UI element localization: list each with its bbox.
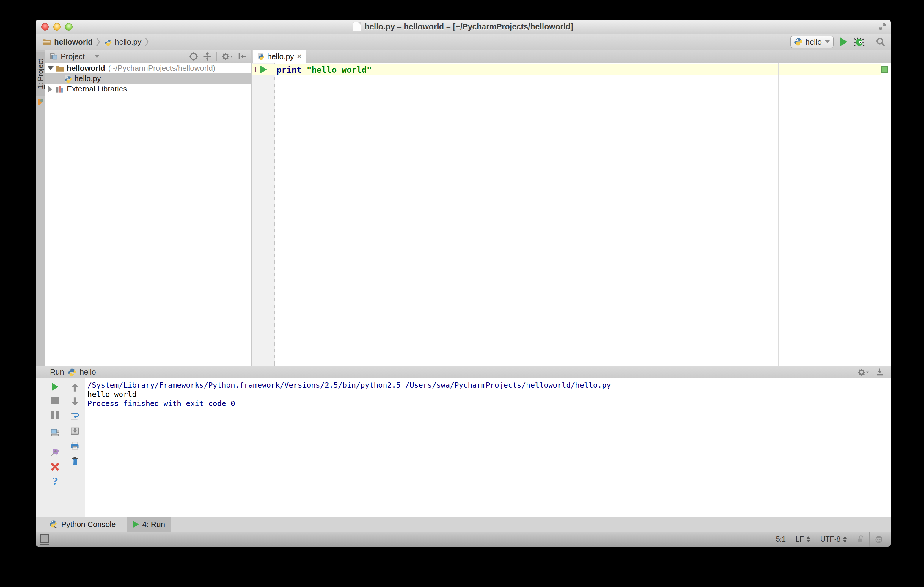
console-command-line: /System/Library/Frameworks/Python.framew… xyxy=(87,381,891,390)
sort-arrows-icon xyxy=(806,536,810,542)
pause-output-button[interactable] xyxy=(51,411,59,419)
run-settings-button[interactable] xyxy=(857,368,869,377)
pycharm-window: hello.py – helloworld – [~/PycharmProjec… xyxy=(36,20,891,547)
code-string: "hello world" xyxy=(307,65,371,75)
main-content: 1: Project Project xyxy=(36,50,891,366)
panel-settings-button[interactable] xyxy=(221,52,233,61)
rerun-button[interactable] xyxy=(51,382,59,391)
inspector-icon xyxy=(874,535,883,544)
breadcrumb-file[interactable]: hello.py xyxy=(115,38,142,47)
close-tab-icon[interactable]: × xyxy=(297,52,302,61)
python-console-icon xyxy=(50,520,58,528)
next-occurrence-button[interactable] xyxy=(71,397,79,406)
console-stdout-line: hello world xyxy=(87,390,891,399)
run-tool-window: Run hello xyxy=(36,366,891,517)
run-configuration-select[interactable]: hello xyxy=(790,36,833,48)
help-button[interactable]: ? xyxy=(52,475,58,487)
toolbar-separator xyxy=(216,52,217,61)
tree-row-external-libraries[interactable]: External Libraries xyxy=(45,84,251,94)
run-controls: hello xyxy=(790,36,891,48)
tree-root-name: helloworld xyxy=(67,64,105,73)
resize-grip-icon[interactable] xyxy=(878,23,886,31)
chevron-separator-icon xyxy=(145,38,149,46)
run-tool-window-button[interactable]: 4: Run xyxy=(127,517,172,532)
python-icon xyxy=(794,38,802,46)
console-exit-line: Process finished with exit code 0 xyxy=(87,399,891,408)
tree-file-name: hello.py xyxy=(74,74,101,83)
tree-libraries-label: External Libraries xyxy=(67,84,127,94)
run-icon xyxy=(133,521,139,528)
editor-tab-bar: hello.py × xyxy=(252,50,891,63)
project-view-value: Project xyxy=(61,52,85,61)
project-view-select[interactable]: Project xyxy=(45,50,104,63)
editor-area: hello.py × 1 print "hello world" xyxy=(252,50,891,366)
project-panel-header: Project xyxy=(45,50,251,63)
project-stripe-button[interactable]: 1: Project xyxy=(36,52,45,96)
structure-stripe-icon[interactable] xyxy=(37,98,44,105)
encoding-widget[interactable]: UTF-8 xyxy=(815,532,852,547)
run-configuration-value: hello xyxy=(805,38,822,47)
python-console-button[interactable]: Python Console xyxy=(43,517,122,532)
code-line-1: print "hello world" xyxy=(277,65,371,75)
inspection-profile-widget[interactable] xyxy=(869,532,888,547)
pin-tab-button[interactable] xyxy=(51,447,59,457)
python-file-icon xyxy=(64,74,72,83)
locate-file-button[interactable] xyxy=(189,52,198,61)
run-tool-window-body: ? xyxy=(36,378,891,517)
project-tree: helloworld (~/PycharmProjects/helloworld… xyxy=(45,63,251,94)
hide-panel-button[interactable] xyxy=(238,52,246,61)
project-view-icon xyxy=(50,52,58,61)
line-number: 1 xyxy=(253,65,257,74)
folder-icon xyxy=(56,65,64,72)
inspection-status-indicator[interactable] xyxy=(881,66,888,73)
collapse-arrow-icon[interactable] xyxy=(48,66,53,70)
restore-layout-button[interactable] xyxy=(51,428,59,437)
title-bar[interactable]: hello.py – helloworld – [~/PycharmProjec… xyxy=(36,20,891,34)
tab-hello-py[interactable]: hello.py × xyxy=(253,50,306,63)
readonly-toggle-widget[interactable] xyxy=(852,532,869,547)
folder-icon xyxy=(42,38,51,46)
tab-label: hello.py xyxy=(267,52,294,61)
caret-position-widget[interactable]: 5:1 xyxy=(771,532,790,547)
run-button[interactable] xyxy=(839,37,848,47)
expand-arrow-icon[interactable] xyxy=(48,86,52,92)
debug-button[interactable] xyxy=(854,37,865,47)
breadcrumb-project[interactable]: helloworld xyxy=(54,38,93,47)
project-stripe-label: 1: Project xyxy=(36,59,45,89)
stop-button[interactable] xyxy=(51,397,59,404)
status-widgets: 5:1 LF UTF-8 xyxy=(771,532,888,547)
document-icon xyxy=(353,22,361,31)
print-button[interactable] xyxy=(71,442,79,451)
toolbar-separator xyxy=(48,425,63,426)
toolbar-separator xyxy=(870,37,871,47)
chevron-down-icon xyxy=(95,55,99,58)
tool-window-bar: Python Console 4: Run xyxy=(36,517,891,532)
run-config-name: hello xyxy=(80,367,96,377)
tree-row-hello-py[interactable]: hello.py xyxy=(45,73,251,84)
collapse-all-button[interactable] xyxy=(203,52,212,61)
console-output[interactable]: /System/Library/Frameworks/Python.framew… xyxy=(85,378,891,517)
search-everywhere-button[interactable] xyxy=(876,37,885,47)
editor-gutter: 1 xyxy=(252,63,275,366)
clear-console-button[interactable] xyxy=(71,456,79,465)
line-separator-widget[interactable]: LF xyxy=(790,532,815,547)
run-tool-window-header[interactable]: Run hello xyxy=(36,366,891,378)
unlock-icon xyxy=(857,535,865,543)
hide-tool-window-button[interactable] xyxy=(875,368,884,377)
code-keyword: print xyxy=(277,65,302,75)
run-panel-title: Run xyxy=(50,367,64,377)
tool-window-stripe: 1: Project xyxy=(36,50,46,366)
editor-body[interactable]: 1 print "hello world" xyxy=(252,63,891,366)
chevron-down-icon xyxy=(825,40,830,43)
prev-occurrence-button[interactable] xyxy=(71,383,79,392)
run-toolbar-primary: ? xyxy=(45,378,65,517)
run-line-marker-icon[interactable] xyxy=(261,66,267,73)
tree-row-project-root[interactable]: helloworld (~/PycharmProjects/helloworld… xyxy=(45,63,251,73)
python-file-icon xyxy=(257,52,264,61)
soft-wrap-button[interactable] xyxy=(70,411,80,421)
right-margin-guide xyxy=(778,63,779,366)
close-tool-window-button[interactable] xyxy=(51,462,59,471)
python-file-icon xyxy=(104,38,112,46)
toggle-tool-window-buttons-icon[interactable] xyxy=(40,534,49,543)
scroll-to-end-button[interactable] xyxy=(71,427,79,436)
